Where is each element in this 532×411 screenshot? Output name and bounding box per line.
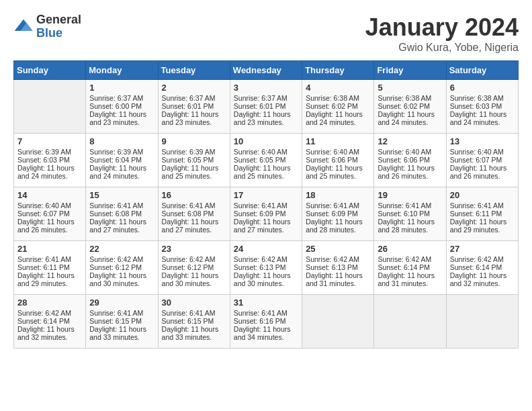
calendar-week-row: 7Sunrise: 6:39 AMSunset: 6:03 PMDaylight… [14, 134, 519, 187]
weekday-header-thursday: Thursday [302, 61, 374, 80]
location-text: Gwio Kura, Yobe, Nigeria [365, 42, 519, 54]
sunset-text: Sunset: 6:16 PM [234, 317, 298, 325]
daylight-text: Daylight: 11 hours and 29 minutes. [450, 218, 515, 234]
day-number: 22 [89, 244, 154, 254]
sunrise-text: Sunrise: 6:39 AM [162, 148, 226, 156]
daylight-text: Daylight: 11 hours and 32 minutes. [17, 325, 82, 341]
logo-text: General Blue [36, 13, 81, 40]
sunset-text: Sunset: 6:05 PM [234, 156, 298, 164]
calendar-table: SundayMondayTuesdayWednesdayThursdayFrid… [13, 60, 519, 349]
calendar-cell: 24Sunrise: 6:42 AMSunset: 6:13 PMDayligh… [230, 241, 302, 295]
sunrise-text: Sunrise: 6:41 AM [89, 201, 154, 210]
day-number: 3 [234, 83, 298, 93]
sunrise-text: Sunrise: 6:41 AM [162, 201, 226, 210]
sunrise-text: Sunrise: 6:41 AM [450, 201, 515, 210]
sunrise-text: Sunrise: 6:37 AM [89, 94, 154, 102]
daylight-text: Daylight: 11 hours and 27 minutes. [162, 218, 226, 234]
day-number: 20 [450, 190, 515, 200]
sunset-text: Sunset: 6:02 PM [306, 102, 370, 110]
daylight-text: Daylight: 11 hours and 30 minutes. [89, 271, 154, 287]
sunrise-text: Sunrise: 6:40 AM [17, 201, 82, 210]
sunrise-text: Sunrise: 6:42 AM [450, 255, 515, 263]
logo-icon [13, 17, 34, 37]
calendar-cell: 11Sunrise: 6:40 AMSunset: 6:06 PMDayligh… [302, 134, 374, 187]
calendar-cell: 15Sunrise: 6:41 AMSunset: 6:08 PMDayligh… [86, 187, 158, 241]
sunrise-text: Sunrise: 6:39 AM [17, 148, 82, 156]
day-number: 10 [234, 136, 298, 146]
sunset-text: Sunset: 6:13 PM [306, 263, 370, 271]
day-number: 5 [378, 83, 442, 93]
sunrise-text: Sunrise: 6:41 AM [162, 309, 226, 317]
daylight-text: Daylight: 11 hours and 27 minutes. [89, 218, 154, 234]
sunrise-text: Sunrise: 6:42 AM [89, 255, 154, 263]
day-number: 1 [89, 83, 154, 93]
calendar-cell: 12Sunrise: 6:40 AMSunset: 6:06 PMDayligh… [374, 134, 446, 187]
sunrise-text: Sunrise: 6:42 AM [306, 255, 370, 263]
calendar-cell: 27Sunrise: 6:42 AMSunset: 6:14 PMDayligh… [446, 241, 518, 295]
calendar-cell: 9Sunrise: 6:39 AMSunset: 6:05 PMDaylight… [158, 134, 230, 187]
daylight-text: Daylight: 11 hours and 24 minutes. [450, 110, 515, 126]
sunrise-text: Sunrise: 6:38 AM [378, 94, 442, 102]
sunrise-text: Sunrise: 6:38 AM [450, 94, 515, 102]
day-number: 27 [450, 244, 515, 254]
sunset-text: Sunset: 6:09 PM [306, 210, 370, 218]
calendar-cell: 8Sunrise: 6:39 AMSunset: 6:04 PMDaylight… [86, 134, 158, 187]
daylight-text: Daylight: 11 hours and 24 minutes. [378, 110, 442, 126]
calendar-cell: 19Sunrise: 6:41 AMSunset: 6:10 PMDayligh… [374, 187, 446, 241]
calendar-cell: 6Sunrise: 6:38 AMSunset: 6:03 PMDaylight… [446, 80, 518, 134]
day-number: 17 [234, 190, 298, 200]
daylight-text: Daylight: 11 hours and 25 minutes. [234, 164, 298, 180]
sunrise-text: Sunrise: 6:40 AM [234, 148, 298, 156]
calendar-week-row: 28Sunrise: 6:42 AMSunset: 6:14 PMDayligh… [14, 295, 519, 349]
calendar-cell: 5Sunrise: 6:38 AMSunset: 6:02 PMDaylight… [374, 80, 446, 134]
month-title: January 2024 [365, 13, 519, 42]
day-number: 2 [162, 83, 226, 93]
day-number: 8 [89, 136, 154, 146]
sunset-text: Sunset: 6:10 PM [378, 210, 442, 218]
sunset-text: Sunset: 6:06 PM [306, 156, 370, 164]
sunset-text: Sunset: 6:09 PM [234, 210, 298, 218]
weekday-header-tuesday: Tuesday [158, 61, 230, 80]
sunrise-text: Sunrise: 6:41 AM [306, 201, 370, 210]
day-number: 4 [306, 83, 370, 93]
daylight-text: Daylight: 11 hours and 24 minutes. [17, 164, 82, 180]
sunset-text: Sunset: 6:15 PM [89, 317, 154, 325]
logo: General Blue [13, 13, 81, 40]
sunset-text: Sunset: 6:08 PM [162, 210, 226, 218]
weekday-header-sunday: Sunday [14, 61, 86, 80]
calendar-cell: 31Sunrise: 6:41 AMSunset: 6:16 PMDayligh… [230, 295, 302, 349]
daylight-text: Daylight: 11 hours and 25 minutes. [306, 164, 370, 180]
calendar-cell: 21Sunrise: 6:41 AMSunset: 6:11 PMDayligh… [14, 241, 86, 295]
day-number: 23 [162, 244, 226, 254]
weekday-header-saturday: Saturday [446, 61, 518, 80]
sunrise-text: Sunrise: 6:40 AM [450, 148, 515, 156]
sunrise-text: Sunrise: 6:42 AM [162, 255, 226, 263]
day-number: 13 [450, 136, 515, 146]
sunset-text: Sunset: 6:07 PM [450, 156, 515, 164]
day-number: 15 [89, 190, 154, 200]
logo-blue-text: Blue [36, 27, 81, 40]
daylight-text: Daylight: 11 hours and 28 minutes. [306, 218, 370, 234]
calendar-cell: 13Sunrise: 6:40 AMSunset: 6:07 PMDayligh… [446, 134, 518, 187]
sunset-text: Sunset: 6:05 PM [162, 156, 226, 164]
daylight-text: Daylight: 11 hours and 23 minutes. [162, 110, 226, 126]
sunrise-text: Sunrise: 6:42 AM [234, 255, 298, 263]
sunrise-text: Sunrise: 6:39 AM [89, 148, 154, 156]
daylight-text: Daylight: 11 hours and 31 minutes. [306, 271, 370, 287]
daylight-text: Daylight: 11 hours and 33 minutes. [89, 325, 154, 341]
day-number: 12 [378, 136, 442, 146]
daylight-text: Daylight: 11 hours and 30 minutes. [162, 271, 226, 287]
sunrise-text: Sunrise: 6:38 AM [306, 94, 370, 102]
sunset-text: Sunset: 6:15 PM [162, 317, 226, 325]
sunrise-text: Sunrise: 6:37 AM [162, 94, 226, 102]
sunset-text: Sunset: 6:08 PM [89, 210, 154, 218]
daylight-text: Daylight: 11 hours and 29 minutes. [17, 271, 82, 287]
sunset-text: Sunset: 6:14 PM [450, 263, 515, 271]
daylight-text: Daylight: 11 hours and 32 minutes. [450, 271, 515, 287]
daylight-text: Daylight: 11 hours and 30 minutes. [234, 271, 298, 287]
weekday-header-row: SundayMondayTuesdayWednesdayThursdayFrid… [14, 61, 519, 80]
day-number: 9 [162, 136, 226, 146]
sunset-text: Sunset: 6:14 PM [378, 263, 442, 271]
calendar-cell: 25Sunrise: 6:42 AMSunset: 6:13 PMDayligh… [302, 241, 374, 295]
title-section: January 2024 Gwio Kura, Yobe, Nigeria [365, 13, 519, 54]
